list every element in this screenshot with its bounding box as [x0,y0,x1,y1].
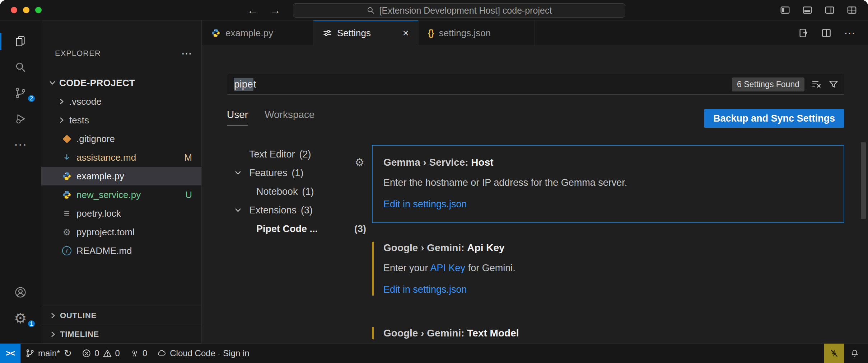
timeline-section[interactable]: TIMELINE [41,325,201,343]
activity-settings[interactable]: ⚙ 1 [0,308,41,328]
tree-item-assistance-md[interactable]: assistance.md M [41,148,201,167]
info-icon: i [62,246,71,255]
tree-item-readme-md[interactable]: i README.md [41,241,201,260]
focus-troubleshoot-indicator[interactable] [824,344,844,363]
files-icon [14,35,27,47]
clear-filters-icon[interactable] [811,79,822,90]
toggle-panel-icon[interactable] [802,5,813,15]
notifications-button[interactable] [844,344,868,363]
tree-item-new-service-py[interactable]: new_service.py U [41,185,201,204]
account-icon [14,286,27,298]
python-icon [211,28,220,38]
minimize-window-button[interactable] [23,7,29,13]
forward-button[interactable]: → [269,0,281,20]
cloud-code-status[interactable]: Cloud Code - Sign in [152,344,254,363]
open-settings-json-icon[interactable] [798,28,809,38]
tree-root-code-project[interactable]: CODE-PROJECT [41,74,201,92]
filter-icon[interactable] [828,79,839,90]
settings-search-box[interactable]: pipet 6 Settings Found [227,74,844,95]
scrollbar-thumb[interactable] [861,142,866,219]
setting-category: Google › Gemini: [383,242,467,253]
toggle-secondary-sidebar-icon[interactable] [824,5,835,15]
backup-sync-button[interactable]: Backup and Sync Settings [704,109,844,128]
crossed-lightning-icon [830,349,839,358]
settings-scope-row: User Workspace Backup and Sync Settings [227,109,844,130]
activity-search[interactable] [0,57,41,77]
file-label: poetry.lock [76,208,121,219]
tab-example-py[interactable]: example.py [202,20,313,46]
branch-status[interactable]: main* ↻ [20,344,77,363]
toc-features[interactable]: Features (1) [227,164,372,182]
customize-layout-icon[interactable] [846,5,857,15]
setting-name: Api Key [467,242,504,253]
tab-strip: example.py Settings × {} settings.json [202,20,868,46]
toc-notebook[interactable]: Notebook (1) [227,182,372,201]
tab-settings[interactable]: Settings × [313,20,419,46]
search-selected-text: pipe [234,78,253,91]
file-label: .gitignore [76,133,115,145]
warning-count: 0 [115,348,120,358]
remote-indicator[interactable]: >< [0,344,20,363]
activity-explorer[interactable] [0,31,41,51]
toc-pipet-code[interactable]: Pipet Code ... (3) [227,220,372,238]
tree-item-pyproject-toml[interactable]: ⚙ pyproject.toml [41,223,201,241]
chevron-down-icon [234,206,242,214]
settings-toc: Text Editor (2) Features (1) Notebook (1… [227,145,372,343]
explorer-more-icon[interactable]: ⋯ [181,48,192,59]
tree-item-example-py[interactable]: example.py [41,167,201,185]
scope-tab-user[interactable]: User [227,109,248,126]
results-count-badge: 6 Settings Found [732,77,804,91]
settings-search-input[interactable]: pipet [234,78,725,91]
command-center[interactable]: [Extension Development Host] code-projec… [293,3,625,18]
toc-extensions[interactable]: Extensions (3) [227,201,372,220]
tree-item-tests[interactable]: tests [41,111,201,129]
branch-icon [25,349,35,358]
setting-gemma-service-host[interactable]: ⚙ Gemma › Service: Host Enter the hostna… [372,145,844,223]
zoom-window-button[interactable] [35,7,42,13]
titlebar: ← → [Extension Development Host] code-pr… [0,0,868,20]
tree-item-gitignore[interactable]: .gitignore [41,129,201,148]
more-actions-icon[interactable]: ⋯ [844,27,856,39]
back-button[interactable]: ← [247,0,258,20]
branch-label: main* [38,348,60,358]
ports-status[interactable]: 0 [125,344,152,363]
toc-text-editor[interactable]: Text Editor (2) [227,145,372,164]
explorer-header: EXPLORER ⋯ [41,20,201,74]
setting-gear-icon[interactable]: ⚙ [355,157,364,168]
close-icon[interactable]: × [402,28,409,38]
gear-icon: ⚙ [14,311,27,325]
tree-item-vscode[interactable]: .vscode [41,92,201,111]
toc-count: (3) [354,223,366,235]
toggle-primary-sidebar-icon[interactable] [780,5,790,15]
setting-title: Gemma › Service: Host [383,156,833,169]
radio-tower-icon [130,349,139,358]
scope-tab-workspace[interactable]: Workspace [265,109,315,126]
editor-area: example.py Settings × {} settings.json [202,20,868,343]
file-label: tests [69,115,89,126]
problems-status[interactable]: 0 0 [77,344,125,363]
edit-in-settings-json-link[interactable]: Edit in settings.json [383,198,833,210]
tab-settings-json[interactable]: {} settings.json [419,20,535,46]
api-key-link[interactable]: API Key [430,263,466,273]
activity-run-debug[interactable] [0,109,41,129]
search-icon [367,6,375,15]
settings-sliders-icon [323,28,332,38]
settings-body: Text Editor (2) Features (1) Notebook (1… [227,145,844,343]
setting-google-gemini-api-key[interactable]: Google › Gemini: Api Key Enter your API … [372,242,844,296]
git-icon [62,134,71,143]
outline-section[interactable]: OUTLINE [41,306,201,325]
chevron-down-icon [234,169,242,177]
command-center-text: [Extension Development Host] code-projec… [379,5,552,16]
setting-title: Google › Gemini: Text Model [383,327,844,339]
activity-more-views[interactable]: ⋯ [0,135,41,155]
close-window-button[interactable] [11,7,17,13]
setting-google-gemini-text-model[interactable]: Google › Gemini: Text Model [372,327,844,339]
setting-category: Google › Gemini: [383,327,467,339]
toc-count: (3) [301,205,313,216]
tree-item-poetry-lock[interactable]: ≡ poetry.lock [41,204,201,223]
activity-accounts[interactable] [0,282,41,302]
activity-source-control[interactable]: 2 [0,83,41,103]
edit-in-settings-json-link[interactable]: Edit in settings.json [383,283,844,296]
search-box-actions [811,79,839,90]
split-editor-icon[interactable] [821,28,832,38]
